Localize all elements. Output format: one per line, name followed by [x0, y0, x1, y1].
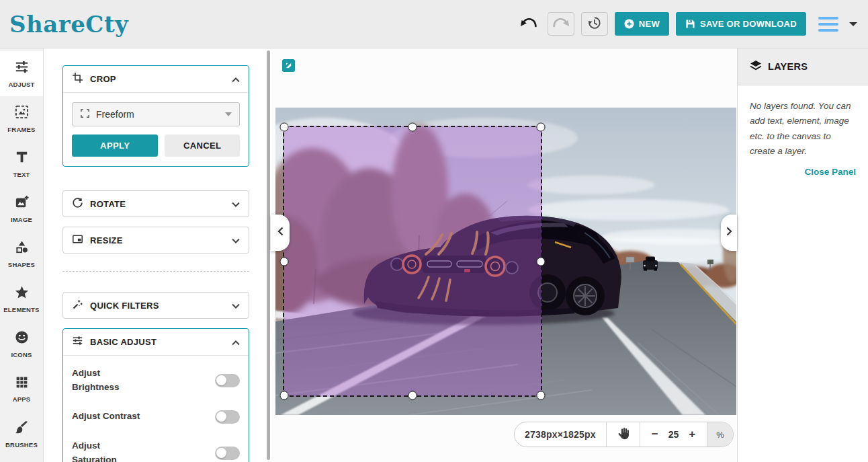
crop-handle-se[interactable]: [537, 391, 546, 400]
crop-section-header[interactable]: CROP: [63, 66, 249, 93]
rail-label: IMAGE: [11, 216, 32, 223]
freeform-icon: [80, 108, 90, 121]
resize-section: RESIZE: [62, 227, 249, 254]
save-or-download-button[interactable]: SAVE OR DOWNLOAD: [676, 12, 806, 36]
redo-button[interactable]: [548, 12, 574, 36]
crop-handle-nw[interactable]: [280, 123, 289, 132]
plus-circle-icon: [624, 19, 634, 29]
adjust-saturation-row: Adjust Saturation: [72, 439, 240, 462]
new-button[interactable]: NEW: [615, 12, 669, 36]
app-logo[interactable]: ShareCty: [9, 11, 128, 38]
image-dimensions-value: 2738px×1825px: [525, 429, 596, 440]
chevron-up-icon: [232, 73, 240, 85]
quick-filters-section-title: QUICK FILTERS: [90, 301, 225, 311]
zoom-level-value: 25: [668, 429, 679, 440]
sidebar-item-apps[interactable]: APPS: [0, 367, 43, 412]
crop-handle-sw[interactable]: [280, 391, 289, 400]
rotate-section-header[interactable]: ROTATE: [63, 191, 249, 217]
image-plus-icon: [14, 194, 30, 213]
app-window: ShareCty NEW: [0, 0, 868, 462]
resize-section-header[interactable]: RESIZE: [63, 227, 249, 253]
close-panel-link[interactable]: Close Panel: [750, 167, 856, 177]
zoom-in-button[interactable]: +: [687, 428, 697, 441]
sidebar-item-brushes[interactable]: BRUSHES: [0, 412, 43, 457]
pan-tool-button[interactable]: [607, 422, 640, 447]
tune-icon: [14, 59, 30, 77]
menu-caret-icon[interactable]: [849, 22, 857, 26]
magic-wand-icon: [72, 299, 83, 313]
redo-icon: [552, 15, 570, 32]
sidebar-item-frames[interactable]: FRAMES: [0, 96, 43, 141]
image-canvas[interactable]: [275, 108, 736, 415]
canvas-area[interactable]: 2738px×1825px − 25 + %: [271, 48, 737, 462]
zoom-percent-button[interactable]: %: [707, 422, 733, 447]
tools-scrollbar[interactable]: [267, 50, 270, 460]
chevron-down-icon: [232, 198, 240, 210]
rail-label: ICONS: [11, 351, 32, 358]
sidebar-item-shapes[interactable]: SHAPES: [0, 231, 43, 276]
layers-panel: LAYERS No layers found. You can add text…: [737, 48, 868, 462]
hamburger-menu-button[interactable]: [818, 17, 838, 32]
crop-preset-select[interactable]: Freeform: [72, 102, 240, 126]
crop-handle-s[interactable]: [408, 391, 417, 400]
quick-filters-section-header[interactable]: QUICK FILTERS: [63, 293, 249, 318]
adjust-contrast-toggle[interactable]: [215, 410, 240, 424]
collapse-tools-panel-tab[interactable]: [271, 215, 290, 251]
chevron-left-icon: [277, 227, 284, 239]
crop-handle-n[interactable]: [408, 123, 417, 132]
undo-icon: [520, 15, 538, 32]
layers-panel-header: LAYERS: [738, 48, 868, 85]
basic-adjust-section: BASIC ADJUST Adjust Brightness Adjust Co…: [62, 328, 249, 462]
rail-label: ADJUST: [8, 81, 34, 88]
header: ShareCty NEW: [0, 0, 868, 48]
chevron-up-icon: [232, 336, 240, 348]
layers-panel-title: LAYERS: [768, 61, 808, 72]
sidebar-item-adjust[interactable]: ADJUST: [0, 51, 43, 96]
rail-label: APPS: [13, 395, 31, 403]
new-button-label: NEW: [639, 19, 660, 29]
save-icon: [685, 19, 695, 29]
history-button[interactable]: [581, 12, 608, 36]
sidebar-item-image[interactable]: IMAGE: [0, 186, 43, 231]
adjust-contrast-label: Adjust Contrast: [72, 410, 140, 424]
sidebar-item-elements[interactable]: ELEMENTS: [0, 276, 43, 321]
crop-handle-w[interactable]: [280, 257, 289, 266]
crop-icon: [72, 72, 83, 86]
image-dimensions: 2738px×1825px: [515, 422, 607, 447]
adjust-brightness-toggle[interactable]: [215, 374, 240, 387]
frames-icon: [14, 104, 30, 122]
brush-icon: [14, 420, 30, 438]
rotate-section: ROTATE: [62, 190, 249, 217]
hand-icon: [617, 426, 630, 443]
zoom-out-button[interactable]: −: [650, 428, 660, 441]
crop-handle-ne[interactable]: [537, 123, 546, 132]
sidebar-item-icons[interactable]: ICONS: [0, 321, 43, 367]
chevron-right-icon: [726, 227, 732, 239]
save-button-label: SAVE OR DOWNLOAD: [700, 19, 797, 29]
crop-selection[interactable]: [283, 126, 542, 397]
tools-panel: CROP Freeform APPLY CANCEL: [44, 48, 271, 462]
basic-adjust-section-header[interactable]: BASIC ADJUST: [63, 329, 249, 356]
crop-apply-button[interactable]: APPLY: [72, 134, 158, 157]
sidebar-item-text[interactable]: TEXT: [0, 141, 43, 186]
zoom-toolbar: 2738px×1825px − 25 + %: [514, 422, 734, 447]
history-icon: [587, 15, 602, 32]
chevron-down-icon: [232, 234, 240, 246]
grid-icon: [15, 375, 29, 392]
shapes-icon: [14, 239, 30, 258]
resize-section-title: RESIZE: [90, 235, 225, 245]
undo-button[interactable]: [518, 12, 541, 36]
editor-logo-icon: [282, 59, 295, 72]
collapse-layers-panel-tab[interactable]: [721, 215, 737, 251]
rail-label: FRAMES: [7, 126, 35, 133]
layers-icon: [750, 60, 762, 74]
rail-label: TEXT: [13, 171, 30, 178]
chevron-down-icon: [232, 299, 240, 311]
smiley-icon: [14, 330, 30, 348]
adjust-contrast-row: Adjust Contrast: [72, 404, 240, 430]
crop-handle-e[interactable]: [537, 257, 546, 266]
text-icon: [14, 149, 30, 167]
adjust-saturation-toggle[interactable]: [215, 447, 240, 460]
crop-section: CROP Freeform APPLY CANCEL: [62, 65, 249, 167]
crop-cancel-button[interactable]: CANCEL: [165, 134, 240, 157]
